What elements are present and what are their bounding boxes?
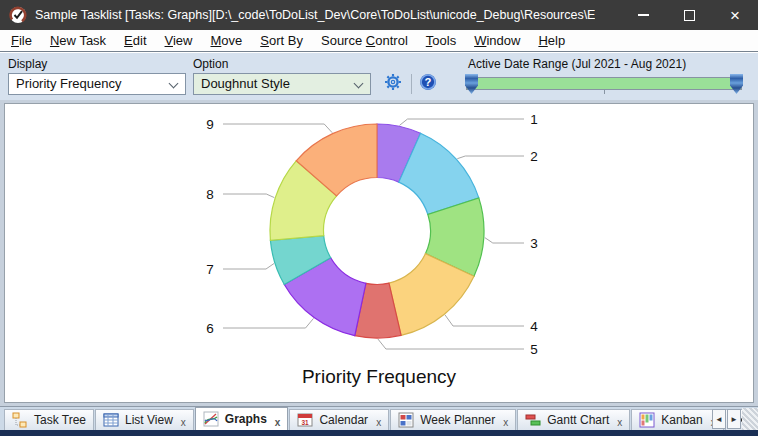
tab-label: Graphs (225, 412, 267, 426)
tab-close-icon[interactable]: x (181, 418, 186, 430)
menu-window[interactable]: Window (465, 30, 529, 52)
close-icon: × (730, 7, 740, 24)
tab-label: Gantt Chart (547, 413, 609, 427)
slider-center-tick (604, 90, 605, 94)
status-strip (0, 430, 758, 436)
toolbar-separator (411, 74, 412, 94)
minimize-icon (638, 14, 649, 16)
menu-source-control[interactable]: Source Control (312, 30, 417, 52)
tab-task-tree[interactable]: Task Tree (4, 409, 94, 430)
tabbar-tabs: Task TreeList ViewxGraphsx31CalendarxWee… (4, 407, 758, 430)
titlebar: Sample Tasklist [Tasks: Graphs][D:\_code… (0, 0, 758, 30)
menu-file[interactable]: File (2, 30, 41, 52)
segment-label: 3 (530, 236, 538, 251)
chart-panel: 123456789 Priority Frequency (0, 100, 758, 406)
option-label: Option (193, 57, 228, 71)
tab-graphs[interactable]: Graphsx (195, 407, 289, 430)
segment-label: 2 (530, 149, 538, 164)
segment-label: 7 (206, 262, 214, 277)
tab-label: Kanban (661, 413, 702, 427)
menu-move[interactable]: Move (201, 30, 251, 52)
segment-label: 8 (206, 187, 214, 202)
maximize-button[interactable] (666, 0, 712, 30)
preferences-button[interactable] (381, 72, 405, 96)
svg-text:31: 31 (302, 419, 310, 426)
segment-callout-line (400, 119, 525, 125)
tab-label: Week Planner (420, 413, 495, 427)
option-combobox-value: Doughnut Style (201, 76, 290, 91)
tab-close-icon[interactable]: x (617, 418, 622, 430)
segment-callout-line (485, 238, 524, 243)
segment-callout-line (223, 124, 332, 133)
tab-gantt-chart[interactable]: Gantt Chartx (517, 409, 630, 430)
chevron-down-icon (169, 79, 179, 89)
slider-handle-start[interactable] (465, 74, 478, 94)
segment-label: 9 (206, 117, 214, 132)
segment-callout-line (223, 318, 314, 328)
tab-label: Calendar (319, 413, 368, 427)
toolbar: Display Priority Frequency Option Doughn… (0, 53, 758, 100)
help-button[interactable]: ? (416, 72, 440, 96)
date-range-slider[interactable] (466, 77, 742, 90)
close-button[interactable]: × (712, 0, 758, 30)
list-view-icon (103, 412, 119, 428)
segment-callout-line (378, 339, 524, 349)
chevron-down-icon (354, 79, 364, 89)
svg-text:?: ? (425, 76, 432, 88)
doughnut-chart: 123456789 (5, 104, 753, 401)
segment-label: 6 (206, 321, 214, 336)
maximize-icon (684, 10, 695, 21)
menu-help[interactable]: Help (529, 30, 574, 52)
gear-icon (384, 73, 402, 95)
segment-callout-line (445, 315, 524, 326)
graphs-icon (203, 411, 219, 427)
tab-list-view[interactable]: List Viewx (95, 409, 194, 430)
resize-grip[interactable] (742, 408, 758, 430)
menu-edit[interactable]: Edit (115, 30, 155, 52)
week-planner-icon (398, 412, 414, 428)
chart-title: Priority Frequency (5, 366, 753, 388)
display-label: Display (8, 57, 47, 71)
segment-label: 1 (530, 112, 538, 127)
slider-handle-end[interactable] (730, 74, 743, 94)
kanban-icon (639, 412, 655, 428)
menubar: FileNew TaskEditViewMoveSort BySource Co… (0, 30, 758, 52)
date-range-label: Active Date Range (Jul 2021 - Aug 2021) (468, 57, 686, 71)
display-combobox[interactable]: Priority Frequency (8, 73, 186, 95)
tab-calendar[interactable]: 31Calendarx (289, 409, 389, 430)
display-combobox-value: Priority Frequency (16, 76, 121, 91)
window-title: Sample Tasklist [Tasks: Graphs][D:\_code… (35, 8, 595, 22)
menu-new-task[interactable]: New Task (41, 30, 115, 52)
tab-week-planner[interactable]: Week Plannerx (390, 409, 516, 430)
segment-label: 5 (530, 342, 538, 357)
tab-label: Task Tree (34, 413, 86, 427)
menu-sort-by[interactable]: Sort By (251, 30, 312, 52)
segment-callout-line (223, 194, 274, 198)
tab-close-icon[interactable]: x (275, 418, 281, 430)
app-window: Sample Tasklist [Tasks: Graphs][D:\_code… (0, 0, 758, 436)
tab-kanban[interactable]: Kanbanx (631, 409, 723, 430)
tab-scroll-buttons: ◄ ► (711, 409, 741, 429)
window-controls: × (620, 0, 758, 30)
menu-tools[interactable]: Tools (417, 30, 465, 52)
arrow-right-icon: ► (730, 415, 738, 424)
tabbar: Task TreeList ViewxGraphsx31CalendarxWee… (0, 406, 758, 430)
segment-callout-line (223, 264, 274, 270)
segment-callout-line (457, 156, 524, 159)
calendar-icon: 31 (297, 412, 313, 428)
tab-scroll-right-button[interactable]: ► (727, 409, 741, 429)
gantt-chart-icon (525, 412, 541, 428)
chart-canvas: 123456789 Priority Frequency (4, 103, 754, 403)
arrow-left-icon: ◄ (715, 415, 723, 424)
minimize-button[interactable] (620, 0, 666, 30)
help-icon: ? (419, 73, 437, 95)
tab-close-icon[interactable]: x (503, 418, 508, 430)
tab-close-icon[interactable]: x (376, 418, 381, 430)
app-logo-icon (9, 6, 27, 24)
segment-label: 4 (530, 319, 538, 334)
task-tree-icon (12, 412, 28, 428)
tab-label: List View (125, 413, 173, 427)
option-combobox[interactable]: Doughnut Style (193, 73, 371, 95)
menu-view[interactable]: View (156, 30, 202, 52)
tab-scroll-left-button[interactable]: ◄ (712, 409, 726, 429)
